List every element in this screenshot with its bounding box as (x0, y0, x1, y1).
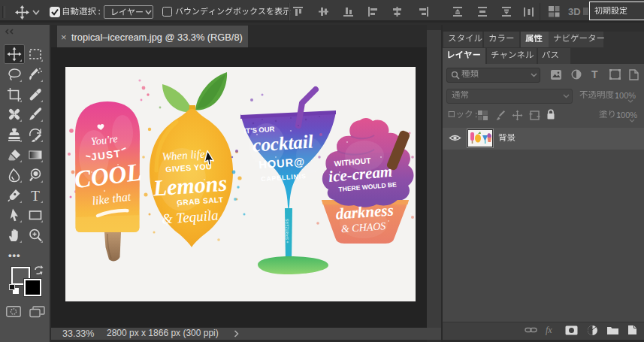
svg-text:cocktail: cocktail (252, 131, 313, 156)
svg-text:T: T (31, 188, 40, 204)
svg-text:+ SPRITZERS: + SPRITZERS (285, 218, 289, 243)
